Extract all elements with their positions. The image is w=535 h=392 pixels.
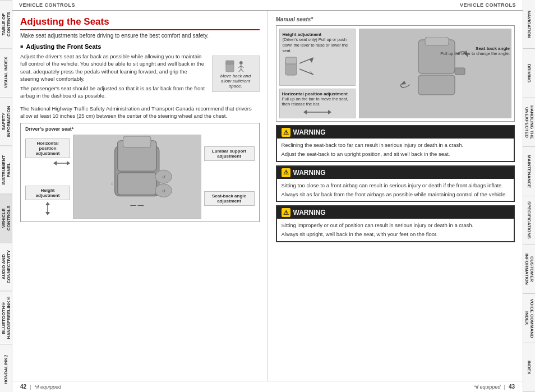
- label-height: Height adjustment: [25, 186, 70, 200]
- sidebar-item-customer[interactable]: CUSTOMER INFORMATION: [523, 245, 535, 294]
- sidebar-item-driving[interactable]: DRIVING: [523, 49, 535, 98]
- sidebar-item-audio[interactable]: AUDIO AND CONNECTIVITY: [0, 242, 12, 290]
- sidebar-item-bluetooth[interactable]: BLUETOOTH® HANDSFREELINK®: [0, 290, 12, 343]
- body-text-1: Adjust the driver's seat as far back as …: [20, 53, 207, 82]
- horiz-pos-label: Horizontal position adjustment: [282, 91, 353, 96]
- manual-seats-title: Manual seats*: [276, 16, 515, 22]
- driver-power-seat-container: Driver's power seat* Horizontal position…: [20, 123, 260, 222]
- body-text-2: The passenger's seat should be adjusted …: [20, 85, 207, 100]
- svg-text:↺: ↺: [162, 189, 165, 193]
- svg-rect-35: [425, 37, 449, 45]
- seat-labels-right: Lumbar support adjustment Seat-back angl…: [204, 135, 255, 219]
- horiz-pos-desc: Pull up on the bar to move the seat, the…: [282, 96, 353, 108]
- header-left-label: VEHICLE CONTROLS: [19, 2, 75, 8]
- sidebar-item-navigation[interactable]: NAVIGATION: [523, 0, 535, 49]
- svg-text:↺: ↺: [162, 175, 165, 179]
- warning-body-3: Sitting improperly or out of position ca…: [277, 219, 514, 241]
- svg-rect-25: [285, 57, 297, 64]
- warning-box-3: ⚠ WARNING Sitting improperly or out of p…: [276, 205, 515, 242]
- footer-note-right: *if equipped: [474, 384, 501, 390]
- height-adj-desc: (Driver's seat only) Pull up or push dow…: [283, 37, 352, 53]
- warning-icon-1: ⚠: [282, 128, 290, 137]
- page-number-left: 42: [20, 384, 26, 390]
- svg-marker-9: [53, 161, 57, 165]
- illustration-caption: Move back and allow sufficient space.: [215, 73, 256, 89]
- seat-labels-left: Horizontal position adjustment: [25, 135, 70, 219]
- svg-marker-12: [45, 202, 50, 205]
- page-left: Adjusting the Seats Make seat adjustment…: [12, 11, 268, 381]
- footer-note-left: *if equipped: [34, 384, 61, 390]
- warning-body-2: Sitting too close to a front airbag can …: [277, 179, 514, 201]
- svg-marker-31: [303, 110, 307, 114]
- sidebar-item-index[interactable]: INDEX: [523, 343, 535, 392]
- page-title: Adjusting the Seats: [20, 16, 260, 30]
- svg-marker-13: [45, 212, 50, 215]
- label-horizontal: Horizontal position adjustment: [25, 139, 70, 158]
- sidebar-item-toc[interactable]: TABLE OF CONTENTS: [0, 0, 12, 48]
- svg-rect-16: [118, 173, 156, 195]
- pages-container: Adjusting the Seats Make seat adjustment…: [12, 11, 523, 381]
- page-intro: Make seat adjustments before driving to …: [20, 33, 260, 39]
- left-sidebar: TABLE OF CONTENTS VISUAL INDEX SAFETY IN…: [0, 0, 12, 392]
- seat-illustration-small: Move back and allow sufficient space.: [212, 56, 260, 92]
- svg-line-4: [238, 66, 241, 68]
- svg-rect-34: [418, 75, 455, 95]
- right-sidebar: NAVIGATION DRIVING HANDLING THE UNEXPECT…: [523, 0, 535, 392]
- manual-seat-large-diagram: Seat-back angle Pull up the lever to cha…: [359, 29, 511, 118]
- height-adj-label: Height adjustment: [283, 32, 352, 37]
- sidebar-item-safety[interactable]: SAFETY INFORMATION: [0, 97, 12, 145]
- page-right: Manual seats* Height adjustment (Driver'…: [268, 11, 523, 381]
- svg-rect-1: [226, 61, 234, 64]
- footer-right: *if equipped | 43: [474, 384, 515, 390]
- page-number-right: 43: [509, 384, 515, 390]
- sidebar-item-maintenance[interactable]: MAINTENANCE: [523, 147, 535, 196]
- warning-box-1: ⚠ WARNING Reclining the seat-back too fa…: [276, 125, 515, 162]
- svg-line-28: [299, 69, 313, 75]
- sidebar-item-vehicle-controls[interactable]: VEHICLE CONTROLS: [0, 193, 12, 242]
- svg-marker-32: [328, 110, 331, 114]
- sidebar-item-hondalink[interactable]: HONDALINK™: [0, 344, 12, 392]
- header-right-label: VEHICLE CONTROLS: [460, 2, 516, 8]
- svg-line-5: [241, 66, 244, 68]
- sidebar-item-handling[interactable]: HANDLING THE UNEXPECTED: [523, 98, 535, 147]
- warning-header-1: ⚠ WARNING: [277, 126, 514, 139]
- svg-line-7: [241, 69, 243, 72]
- svg-line-6: [239, 69, 241, 72]
- driver-power-seat-title: Driver's power seat*: [25, 126, 255, 132]
- svg-text:↕: ↕: [111, 181, 113, 186]
- svg-rect-17: [123, 136, 151, 147]
- warning-header-2: ⚠ WARNING: [277, 167, 514, 179]
- warning-body-1: Reclining the seat-back too far can resu…: [277, 139, 514, 161]
- manual-seats-box: Height adjustment (Driver's seat only) P…: [276, 25, 515, 122]
- sidebar-item-voice-command[interactable]: VOICE COMMAND INDEX: [523, 294, 535, 343]
- label-seatback: Seat-back angle adjustment: [204, 191, 255, 206]
- seat-image-center: ⟵ ⟶ ↕ ↺ ↺: [73, 135, 201, 219]
- sidebar-item-instrument[interactable]: INSTRUMENT PANEL: [0, 145, 12, 193]
- warning-header-3: ⚠ WARNING: [277, 206, 514, 219]
- warning-icon-2: ⚠: [282, 168, 290, 177]
- label-lumbar: Lumbar support adjustment: [204, 146, 255, 161]
- svg-marker-37: [400, 81, 406, 85]
- svg-point-2: [239, 61, 243, 64]
- section-heading-front-seats: Adjusting the Front Seats: [20, 43, 260, 50]
- warning-icon-3: ⚠: [282, 208, 290, 217]
- svg-marker-10: [67, 161, 70, 165]
- sidebar-item-specifications[interactable]: SPECIFICATIONS: [523, 196, 535, 245]
- body-text-3: The National Highway Traffic Safety Admi…: [20, 105, 260, 120]
- main-content: VEHICLE CONTROLS VEHICLE CONTROLS Adjust…: [12, 0, 523, 392]
- seatback-angle-label-right: Seat-back angle Pull up the lever to cha…: [440, 46, 510, 56]
- seat-diagram-inner: Horizontal position adjustment: [25, 135, 255, 219]
- footer-bar: 42 | *if equipped *if equipped | 43: [12, 381, 523, 392]
- header-bar: VEHICLE CONTROLS VEHICLE CONTROLS: [12, 0, 523, 11]
- warning-box-2: ⚠ WARNING Sitting too close to a front a…: [276, 165, 515, 202]
- sidebar-item-visual-index[interactable]: VISUAL INDEX: [0, 48, 12, 96]
- height-adj-diagram: Height adjustment (Driver's seat only) P…: [279, 29, 356, 86]
- svg-text:⟵ ⟶: ⟵ ⟶: [130, 204, 144, 209]
- svg-rect-38: [455, 68, 465, 75]
- horiz-pos-diagram: Horizontal position adjustment Pull up o…: [279, 89, 356, 119]
- footer-left: 42 | *if equipped: [20, 384, 61, 390]
